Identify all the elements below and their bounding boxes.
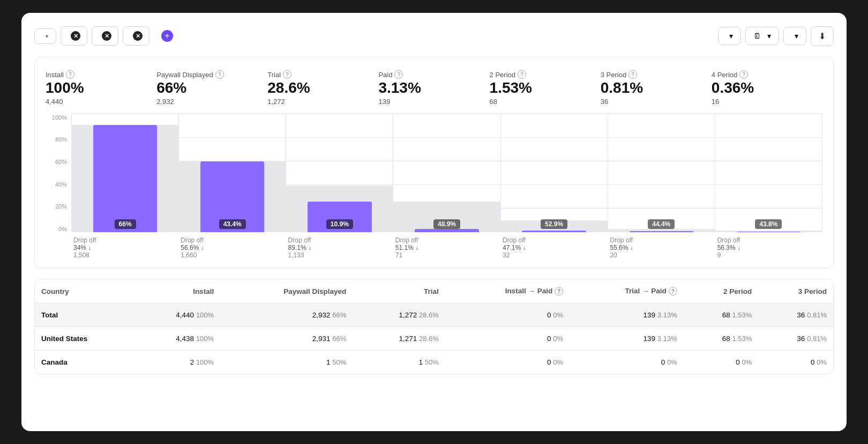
table-row: United States4,438 100%2,931 66%1,271 28…: [35, 327, 833, 351]
table-cell: 1 50%: [353, 351, 445, 374]
country-filter-tag[interactable]: ✕: [92, 26, 118, 46]
product-filter-tag[interactable]: ✕: [61, 26, 87, 46]
metric-pct-5: 0.81%: [601, 80, 643, 97]
table-cell: Total: [35, 304, 131, 327]
dropoff-col-6: Drop off 56.3% ↓ 9: [715, 236, 822, 259]
table-cell: 0 0%: [570, 351, 684, 374]
bar-badge-3: 48.9%: [433, 219, 460, 229]
y-axis-label: 80%: [46, 136, 67, 143]
dropoff-col-3: Drop off 51.1% ↓ 71: [393, 236, 500, 259]
metric-count-1: 2,932: [156, 98, 174, 106]
dropoff-count-1: 1,660: [181, 251, 197, 259]
y-axis: 100%80%60%40%20%0%: [46, 114, 67, 232]
last-month-button[interactable]: 🗓 ▾: [745, 27, 779, 45]
dropoff-col-5: Drop off 55.6% ↓ 20: [608, 236, 715, 259]
data-table: CountryInstallPaywall DisplayedTrialInst…: [35, 279, 833, 374]
metric-pct-2: 28.6%: [267, 80, 310, 97]
dropoff-count-4: 32: [503, 251, 510, 259]
weekly-products-button[interactable]: ▾: [34, 28, 56, 44]
funnel-col-2: 10.9%: [286, 114, 393, 232]
dropoff-label-3: Drop off: [395, 236, 418, 244]
bar-badge-5: 44.4%: [648, 219, 675, 229]
country-filter-remove-icon[interactable]: ✕: [102, 31, 111, 41]
metric-count-0: 4,440: [46, 98, 63, 106]
dropoff-pct-5: 55.6% ↓: [610, 244, 633, 251]
metric-col-0: Install ? 100% 4,440: [46, 70, 156, 106]
metric-count-3: 139: [378, 98, 390, 106]
metric-pct-6: 0.36%: [712, 80, 754, 97]
dropoff-pct-3: 51.1% ↓: [395, 244, 418, 251]
table-cell: 1,272 28.6%: [353, 304, 445, 327]
help-icon-1: ?: [215, 70, 224, 79]
dropoff-label-1: Drop off: [181, 236, 203, 244]
attribution-filter-tag[interactable]: ✕: [123, 26, 149, 46]
table-header-1: Install: [131, 279, 220, 304]
dropoff-pct-4: 47.1% ↓: [503, 244, 526, 251]
table-cell: 0 0%: [445, 304, 570, 327]
table-header-0: Country: [35, 279, 131, 304]
download-button[interactable]: ⬇: [811, 26, 834, 46]
abs-rel-chevron-icon: ▾: [729, 32, 733, 40]
help-icon-5: ?: [628, 70, 637, 79]
y-axis-label: 40%: [46, 181, 67, 188]
table-cell: 68 1.53%: [684, 327, 759, 351]
dropoff-pct-0: 34% ↓: [73, 244, 91, 251]
funnel-col-6: 43.8%: [715, 114, 822, 232]
table-row: Total4,440 100%2,932 66%1,272 28.6%0 0%1…: [35, 304, 833, 327]
dropoff-label-6: Drop off: [717, 236, 740, 244]
funnel-wrapper: 100%80%60%40%20%0% 66% 43.4% 10.9% 48.9%…: [46, 114, 822, 232]
dropoff-row: Drop off 34% ↓ 1,508 Drop off 56.6% ↓ 1,…: [46, 236, 822, 259]
add-filter-plus-icon: +: [161, 30, 173, 42]
table-section: CountryInstallPaywall DisplayedTrialInst…: [34, 279, 834, 374]
metric-label-3: Paid ?: [378, 70, 403, 79]
help-icon-2: ?: [283, 70, 291, 79]
table-header-2: Paywall Displayed: [220, 279, 353, 304]
metric-col-1: Paywall Displayed ? 66% 2,932: [156, 70, 267, 106]
attribution-filter-remove-icon[interactable]: ✕: [133, 31, 143, 41]
bar-purple-6: [737, 232, 800, 232]
y-axis-label: 60%: [46, 159, 67, 165]
dropoff-col-1: Drop off 56.6% ↓ 1,660: [178, 236, 286, 259]
bar-badge-4: 52.9%: [541, 219, 567, 229]
y-axis-label: 0%: [46, 226, 67, 232]
table-cell: 2,931 66%: [220, 327, 353, 351]
table-cell: Canada: [35, 351, 131, 374]
dropoff-col-4: Drop off 47.1% ↓ 32: [500, 236, 608, 259]
bar-badge-2: 10.9%: [326, 219, 353, 229]
metric-label-2: Trial ?: [267, 70, 291, 79]
funnel-col-5: 44.4%: [608, 114, 715, 232]
metric-label-1: Paywall Displayed ?: [156, 70, 224, 79]
metric-count-2: 1,272: [267, 98, 285, 106]
table-cell: 4,440 100%: [131, 304, 220, 327]
dropoff-count-0: 1,508: [73, 251, 89, 259]
table-header-7: 3 Period: [758, 279, 833, 304]
calendar-icon: 🗓: [753, 32, 761, 40]
group-by-country-button[interactable]: ▾: [783, 27, 806, 45]
table-header-6: 2 Period: [684, 279, 759, 304]
absolute-relative-button[interactable]: ▾: [718, 27, 741, 45]
metric-pct-1: 66%: [156, 80, 186, 97]
table-cell: 68 1.53%: [684, 304, 759, 327]
metric-pct-3: 3.13%: [378, 80, 421, 97]
dropoff-count-6: 9: [717, 251, 721, 259]
metric-col-6: 4 Period ? 0.36% 16: [712, 70, 822, 106]
help-icon-3: ?: [394, 70, 403, 79]
add-filter-button[interactable]: +: [154, 26, 184, 46]
table-header-3: Trial: [353, 279, 445, 304]
metric-label-4: 2 Period ?: [490, 70, 526, 79]
table-cell: 4,438 100%: [131, 327, 220, 351]
table-cell: 139 3.13%: [570, 327, 684, 351]
bar-purple-0: [93, 125, 157, 232]
table-cell: 2 100%: [131, 351, 220, 374]
table-cell: 0 0%: [445, 327, 570, 351]
table-header-5: Trial → Paid?: [570, 279, 684, 304]
metric-col-5: 3 Period ? 0.81% 36: [601, 70, 712, 106]
table-cell: 1 50%: [220, 351, 353, 374]
bar-purple-5: [630, 231, 693, 232]
product-filter-remove-icon[interactable]: ✕: [71, 31, 80, 41]
dropoff-col-2: Drop off 89.1% ↓ 1,133: [286, 236, 393, 259]
y-axis-label: 100%: [46, 114, 67, 121]
metric-count-6: 16: [712, 98, 719, 106]
funnel-bars: 66% 43.4% 10.9% 48.9% 52.9% 44.4% 43.8%: [71, 114, 822, 232]
table-cell: 139 3.13%: [570, 304, 684, 327]
